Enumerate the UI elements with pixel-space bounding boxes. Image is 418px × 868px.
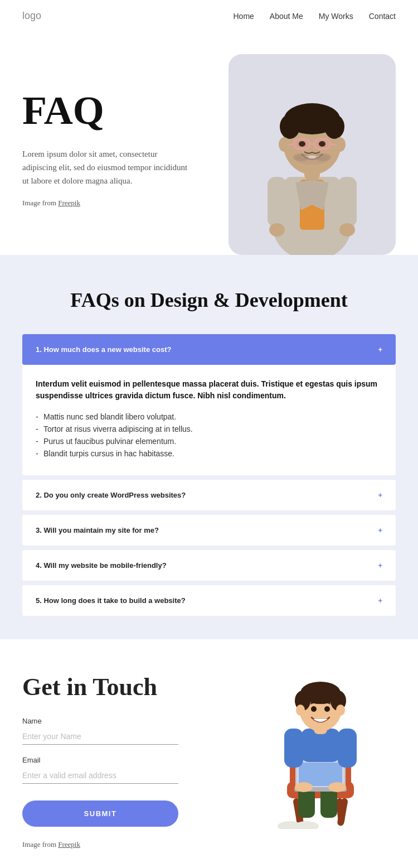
svg-rect-54 bbox=[284, 729, 303, 768]
nav-logo: logo bbox=[22, 10, 41, 22]
nav-links: Home About Me My Works Contact bbox=[233, 12, 396, 21]
faq-bullets-1: Mattis nunc sed blandit libero volutpat.… bbox=[36, 411, 382, 460]
contact-person-svg bbox=[256, 673, 385, 829]
nav-works[interactable]: My Works bbox=[319, 12, 353, 21]
faq-bullet: Purus ut faucibus pulvinar elementum. bbox=[36, 435, 382, 447]
faq-plus-icon-2: + bbox=[378, 491, 382, 499]
faq-header-5[interactable]: 5. How long does it take to build a webs… bbox=[22, 585, 396, 616]
faq-item-5: 5. How long does it take to build a webs… bbox=[22, 585, 396, 616]
svg-point-52 bbox=[311, 706, 317, 712]
faq-section: FAQs on Design & Development 1. How much… bbox=[0, 255, 418, 639]
svg-point-42 bbox=[295, 782, 313, 792]
faq-plus-icon-3: + bbox=[378, 527, 382, 534]
faq-question-5: 5. How long does it take to build a webs… bbox=[36, 596, 186, 605]
svg-rect-55 bbox=[338, 729, 357, 768]
email-label: Email bbox=[22, 756, 229, 764]
faq-heading: FAQs on Design & Development bbox=[22, 288, 396, 312]
hero-image-credit: Image from Freepik bbox=[22, 199, 217, 208]
contact-right bbox=[245, 673, 396, 829]
faq-plus-icon-5: + bbox=[378, 597, 382, 604]
nav-contact[interactable]: Contact bbox=[369, 12, 396, 21]
nav-about[interactable]: About Me bbox=[270, 12, 303, 21]
name-input[interactable] bbox=[22, 729, 178, 745]
contact-left: Get in Touch Name Email SUBMIT Image fro… bbox=[22, 673, 229, 849]
faq-plus-icon-4: + bbox=[378, 562, 382, 569]
email-input[interactable] bbox=[22, 768, 178, 784]
faq-item-4: 4. Will my website be mobile-friendly? + bbox=[22, 550, 396, 581]
svg-point-24 bbox=[319, 141, 325, 147]
freepik-link[interactable]: Freepik bbox=[58, 199, 80, 207]
svg-point-12 bbox=[280, 114, 300, 139]
hero-image bbox=[229, 54, 396, 255]
faq-bullet: Mattis nunc sed blandit libero volutpat. bbox=[36, 411, 382, 423]
faq-item-2: 2. Do you only create WordPress websites… bbox=[22, 480, 396, 510]
hero-person-svg bbox=[234, 54, 390, 255]
navbar: logo Home About Me My Works Contact bbox=[0, 0, 418, 32]
faq-plus-icon-1: + bbox=[378, 346, 382, 353]
submit-button[interactable]: SUBMIT bbox=[22, 801, 178, 827]
hero-section: FAQ Lorem ipsum dolor sit amet, consecte… bbox=[0, 32, 418, 255]
faq-item-1: 1. How much does a new website cost? + I… bbox=[22, 334, 396, 475]
faq-question-2: 2. Do you only create WordPress websites… bbox=[36, 491, 186, 499]
faq-item-3: 3. Will you maintain my site for me? + bbox=[22, 515, 396, 546]
svg-point-26 bbox=[293, 153, 309, 161]
svg-point-8 bbox=[339, 223, 355, 237]
faq-question-1: 1. How much does a new website cost? bbox=[36, 345, 171, 354]
faq-question-4: 4. Will my website be mobile-friendly? bbox=[36, 561, 167, 570]
hero-title: FAQ bbox=[22, 88, 217, 134]
faq-header-4[interactable]: 4. Will my website be mobile-friendly? + bbox=[22, 550, 396, 581]
faq-bullet: Tortor at risus viverra adipiscing at in… bbox=[36, 423, 382, 435]
svg-point-53 bbox=[324, 706, 330, 712]
contact-section: Get in Touch Name Email SUBMIT Image fro… bbox=[0, 639, 418, 868]
faq-header-2[interactable]: 2. Do you only create WordPress websites… bbox=[22, 480, 396, 510]
hero-description: Lorem ipsum dolor sit amet, consectetur … bbox=[22, 147, 189, 187]
svg-point-27 bbox=[315, 153, 331, 161]
svg-rect-5 bbox=[268, 177, 286, 227]
faq-header-1[interactable]: 1. How much does a new website cost? + bbox=[22, 334, 396, 365]
faq-bold-intro-1: Interdum velit euismod in pellentesque m… bbox=[36, 378, 382, 402]
svg-point-23 bbox=[299, 141, 305, 147]
faq-bullet: Blandit turpis cursus in hac habitasse. bbox=[36, 447, 382, 460]
svg-point-50 bbox=[296, 705, 305, 716]
svg-point-51 bbox=[336, 705, 345, 716]
svg-point-43 bbox=[328, 782, 346, 792]
svg-rect-7 bbox=[338, 177, 357, 227]
svg-point-6 bbox=[269, 223, 285, 237]
svg-point-13 bbox=[324, 114, 344, 139]
nav-home[interactable]: Home bbox=[233, 12, 254, 21]
freepik-link-2[interactable]: Freepik bbox=[58, 840, 80, 848]
name-label: Name bbox=[22, 717, 229, 725]
faq-question-3: 3. Will you maintain my site for me? bbox=[36, 526, 159, 534]
faq-body-1: Interdum velit euismod in pellentesque m… bbox=[22, 365, 396, 475]
contact-image-credit: Image from Freepik bbox=[22, 840, 229, 849]
contact-heading: Get in Touch bbox=[22, 673, 229, 701]
hero-left: FAQ Lorem ipsum dolor sit amet, consecte… bbox=[22, 54, 217, 208]
faq-header-3[interactable]: 3. Will you maintain my site for me? + bbox=[22, 515, 396, 546]
